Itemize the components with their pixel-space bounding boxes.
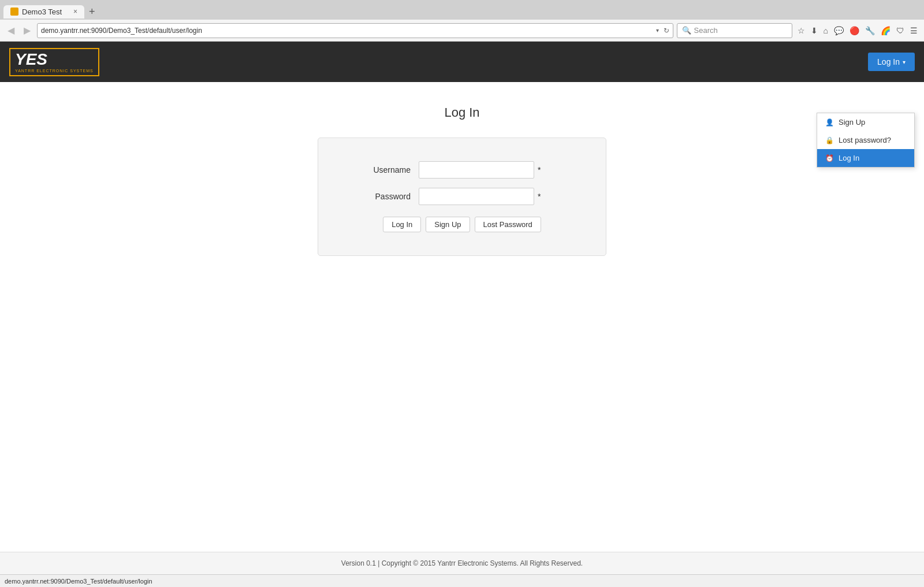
app-footer: Version 0.1 | Copyright © 2015 Yantrr El…: [0, 552, 924, 574]
username-input[interactable]: [419, 161, 534, 179]
dropdown-lost-password[interactable]: Lost password?: [817, 131, 914, 149]
home-icon[interactable]: ⌂: [822, 24, 830, 37]
shield-icon[interactable]: 🛡: [895, 24, 906, 37]
url-text: demo.yantrr.net:9090/Demo3_Test/default/…: [41, 27, 656, 35]
login-submit-button[interactable]: Log In: [383, 217, 421, 232]
address-dropdown-icon: ▾: [656, 27, 659, 34]
login-dropdown-menu: Sign Up Lost password? Log In: [817, 113, 915, 168]
puzzle-icon[interactable]: 🔧: [863, 24, 877, 37]
login-form-container: Username * Password * Log In Sign Up Los…: [318, 138, 606, 256]
lost-password-button[interactable]: Lost Password: [475, 217, 541, 232]
reload-icon[interactable]: ↻: [664, 27, 669, 35]
login-dropdown-button[interactable]: Log In ▾: [868, 53, 915, 71]
person-icon: [825, 118, 834, 127]
page-title: Log In: [444, 105, 479, 120]
search-bar[interactable]: 🔍 Search: [677, 23, 792, 38]
password-input[interactable]: [419, 188, 534, 205]
username-required: *: [538, 165, 541, 174]
username-row: Username *: [353, 161, 571, 179]
status-bar: demo.yantrr.net:9090/Demo3_Test/default/…: [0, 574, 924, 587]
search-placeholder: Search: [694, 26, 718, 35]
chat-icon[interactable]: 💬: [832, 24, 845, 37]
password-row: Password *: [353, 188, 571, 205]
nav-icons: ☆ ⬇ ⌂ 💬 🔴 🔧 🌈 🛡 ☰: [796, 24, 919, 37]
downloads-icon[interactable]: ⬇: [809, 24, 819, 37]
tab-close-icon[interactable]: ×: [73, 8, 77, 16]
login-button-label: Log In: [877, 57, 900, 66]
logo-box: YES YANTRR ELECTRONIC SYSTEMS: [9, 48, 99, 76]
username-label: Username: [353, 165, 411, 174]
active-tab[interactable]: Demo3 Test ×: [3, 5, 84, 18]
search-icon: 🔍: [682, 26, 691, 35]
bookmark-icon[interactable]: ☆: [796, 24, 807, 37]
password-label: Password: [353, 192, 411, 201]
back-button[interactable]: ◀: [5, 24, 17, 37]
header-right: Log In ▾ Sign Up Lost password? Log In: [868, 53, 915, 71]
new-tab-button[interactable]: +: [85, 5, 99, 19]
tab-bar: Demo3 Test × +: [0, 0, 924, 20]
lock-icon: [825, 136, 834, 144]
signup-label: Sign Up: [839, 118, 865, 127]
logo-text: YES: [15, 51, 94, 68]
clock-icon: [825, 154, 834, 162]
form-buttons: Log In Sign Up Lost Password: [353, 217, 571, 232]
tab-favicon: [10, 8, 18, 16]
tab-title: Demo3 Test: [22, 8, 62, 16]
address-bar[interactable]: demo.yantrr.net:9090/Demo3_Test/default/…: [37, 23, 673, 38]
dropdown-login[interactable]: Log In: [817, 149, 914, 167]
sync-icon[interactable]: 🌈: [879, 24, 892, 37]
main-content: Log In Username * Password * Log In Sign…: [0, 82, 924, 552]
footer-text: Version 0.1 | Copyright © 2015 Yantrr El…: [341, 559, 583, 567]
nav-bar: ◀ ▶ demo.yantrr.net:9090/Demo3_Test/defa…: [0, 20, 924, 42]
status-url: demo.yantrr.net:9090/Demo3_Test/default/…: [5, 578, 152, 585]
signup-button[interactable]: Sign Up: [426, 217, 470, 232]
forward-button[interactable]: ▶: [21, 24, 33, 37]
dropdown-signup[interactable]: Sign Up: [817, 113, 914, 131]
addon-icon[interactable]: 🔴: [848, 24, 861, 37]
app-logo: YES YANTRR ELECTRONIC SYSTEMS: [9, 48, 99, 76]
app-header: YES YANTRR ELECTRONIC SYSTEMS Log In ▾ S…: [0, 42, 924, 82]
lost-password-label: Lost password?: [839, 136, 891, 144]
caret-icon: ▾: [903, 59, 906, 65]
login-label: Log In: [839, 154, 859, 162]
password-required: *: [538, 192, 541, 201]
logo-subtext: YANTRR ELECTRONIC SYSTEMS: [15, 69, 94, 73]
menu-icon[interactable]: ☰: [908, 24, 919, 37]
